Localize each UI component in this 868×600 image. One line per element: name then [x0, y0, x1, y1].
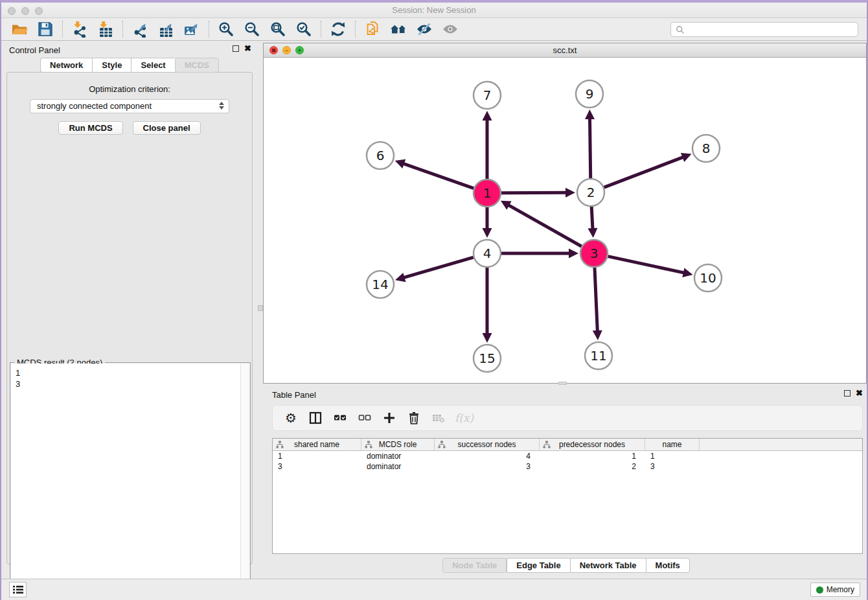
column-header-MCDS-role[interactable]: MCDS role [361, 439, 435, 450]
show-column-panel-icon[interactable] [307, 410, 324, 426]
float-table-panel-icon[interactable] [844, 390, 851, 397]
column-header-predecessor-nodes[interactable]: predecessor nodes [540, 439, 645, 450]
edge-arrowhead-4-15 [483, 333, 492, 343]
select-all-columns-icon[interactable] [332, 410, 348, 426]
run-mcds-button[interactable]: Run MCDS [58, 121, 122, 135]
first-neighbors-icon[interactable] [389, 20, 408, 38]
close-panel-icon[interactable]: ✖ [244, 45, 251, 52]
network-minimize-icon[interactable]: − [282, 46, 291, 54]
network-close-icon[interactable]: ✖ [269, 46, 278, 54]
table-row[interactable]: 3dominator323 [273, 461, 862, 472]
show-all-icon[interactable] [440, 20, 460, 38]
edge-2-8[interactable] [604, 157, 685, 187]
delete-icon[interactable] [405, 410, 422, 426]
table-cell[interactable]: 1 [540, 451, 645, 461]
table-cell[interactable]: 2 [540, 461, 645, 472]
zoom-selected-icon[interactable] [294, 20, 314, 38]
edge-2-9[interactable] [589, 117, 590, 178]
edge-3-11[interactable] [595, 268, 597, 332]
main-toolbar [1, 18, 867, 41]
tab-motifs[interactable]: Motifs [646, 558, 690, 573]
zoom-in-icon[interactable] [216, 20, 236, 38]
control-panel-header: Control Panel ✖ [1, 41, 258, 58]
dropdown-selected-value: strongly connected component [37, 101, 152, 111]
control-panel-tabs: NetworkStyleSelectMCDS [1, 58, 258, 73]
table-cell[interactable]: dominator [361, 461, 435, 472]
unselect-all-columns-icon[interactable] [356, 410, 373, 426]
graph-node-label-8: 8 [702, 141, 711, 156]
optimization-criterion-select[interactable]: strongly connected component [30, 99, 229, 113]
tab-edge-table[interactable]: Edge Table [507, 558, 569, 573]
table-cell[interactable]: 3 [645, 461, 700, 472]
table-cell[interactable]: 1 [273, 451, 361, 461]
edge-3-10[interactable] [608, 257, 685, 273]
edge-4-14[interactable] [403, 257, 474, 278]
add-icon[interactable] [381, 410, 398, 426]
delete-table-icon [430, 410, 447, 426]
refresh-icon[interactable] [328, 20, 348, 38]
close-window-icon[interactable] [8, 7, 16, 15]
close-table-panel-icon[interactable]: ✖ [856, 390, 863, 397]
graph-node-label-3: 3 [590, 246, 599, 261]
graph-node-label-14: 14 [372, 277, 388, 292]
tab-node-table[interactable]: Node Table [442, 558, 507, 573]
column-header-shared-name[interactable]: shared name [273, 439, 361, 450]
float-panel-icon[interactable] [233, 45, 239, 52]
zoom-window-icon[interactable] [35, 7, 43, 15]
task-history-button[interactable] [9, 582, 27, 597]
edge-1-2[interactable] [501, 192, 567, 193]
export-network-icon[interactable] [130, 20, 150, 38]
edge-3-1[interactable] [507, 205, 581, 247]
table-cell[interactable]: 3 [435, 461, 540, 472]
save-session-icon[interactable] [36, 20, 55, 38]
search-input[interactable] [687, 23, 858, 36]
status-bar: Memory [1, 579, 867, 600]
network-view-window: ✖ − + scc.txt 7968124314101511 [263, 43, 867, 384]
graph-node-label-6: 6 [376, 148, 385, 163]
network-canvas[interactable]: 7968124314101511 [264, 58, 866, 383]
table-cell[interactable]: 4 [435, 451, 540, 461]
column-header-name[interactable]: name [645, 439, 700, 450]
tab-select[interactable]: Select [131, 58, 174, 73]
vertical-splitter-grip[interactable] [258, 305, 263, 311]
import-network-icon[interactable] [70, 20, 89, 38]
mcds-result-text[interactable]: 1 3 [11, 363, 240, 600]
optimization-criterion-label: Optimization criterion: [7, 84, 252, 94]
duplicate-network-icon[interactable] [363, 20, 382, 38]
import-table-icon[interactable] [96, 20, 115, 38]
tab-mcds[interactable]: MCDS [175, 58, 219, 73]
mcds-panel: Optimization criterion: strongly connect… [6, 72, 253, 564]
edge-arrowhead-1-4 [483, 228, 492, 238]
table-cell[interactable]: 3 [273, 461, 361, 472]
horizontal-splitter-grip[interactable] [558, 382, 567, 385]
column-header-successor-nodes[interactable]: successor nodes [435, 439, 540, 450]
network-window-titlebar[interactable]: ✖ − + scc.txt [264, 43, 866, 58]
tab-style[interactable]: Style [92, 58, 131, 73]
search-box [670, 22, 858, 37]
export-image-icon[interactable] [182, 20, 201, 38]
tab-network[interactable]: Network [40, 58, 92, 73]
network-maximize-icon[interactable]: + [295, 46, 304, 54]
table-cell[interactable]: 1 [645, 451, 700, 461]
table-cell[interactable]: dominator [361, 451, 435, 461]
open-session-icon[interactable] [10, 20, 29, 38]
edge-2-3[interactable] [591, 207, 593, 230]
window-title: Session: New Session [1, 3, 867, 18]
zoom-out-icon[interactable] [242, 20, 262, 38]
edge-arrowhead-1-2 [565, 188, 575, 198]
zoom-fit-icon[interactable] [268, 20, 288, 38]
edge-arrowhead-2-9 [585, 110, 595, 119]
result-scrollbar[interactable] [240, 363, 249, 600]
column-settings-icon[interactable]: ⚙ [282, 410, 299, 426]
tab-network-table[interactable]: Network Table [570, 558, 646, 573]
minimize-window-icon[interactable] [21, 7, 29, 15]
window-traffic-lights [8, 7, 43, 15]
edge-arrowhead-4-3 [569, 249, 578, 259]
export-table-icon[interactable] [156, 20, 176, 38]
edge-1-6[interactable] [402, 163, 474, 189]
hide-selected-icon[interactable] [415, 20, 434, 38]
table-row[interactable]: 1dominator411 [273, 451, 862, 461]
control-panel: Control Panel ✖ NetworkStyleSelectMCDS O… [1, 41, 258, 579]
memory-button[interactable]: Memory [810, 583, 860, 597]
close-panel-button[interactable]: Close panel [133, 121, 201, 135]
